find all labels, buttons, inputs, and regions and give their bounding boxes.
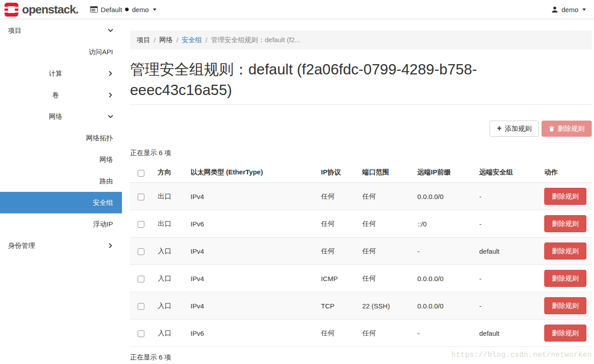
breadcrumb-separator: / [205,36,207,44]
sidebar-item-networks[interactable]: 网络 [0,149,122,170]
window-list-icon [90,6,98,13]
cell-direction: 入口 [154,320,187,347]
sidebar-item-security-groups[interactable]: 安全组 [0,192,122,213]
row-checkbox[interactable] [138,330,144,337]
user-name: demo [561,6,578,13]
cell-direction: 出口 [154,210,187,238]
separator-dot-icon [125,8,129,11]
delete-rule-button[interactable]: 删除规则 [544,270,586,287]
row-select-cell [130,265,154,292]
cell-remote-ip-prefix: - [414,320,476,347]
openstack-logo[interactable]: openstack. [4,3,78,17]
sidebar-item-label: 浮动IP [93,220,113,229]
sidebar-item-network[interactable]: 网络 [0,106,122,127]
sidebar-item-label: 安全组 [93,199,113,207]
cell-remote-security-group: - [476,265,541,292]
cell-port-range: 任何 [359,210,414,238]
row-select-cell [130,183,154,210]
sidebar-item-label: 身份管理 [8,242,35,250]
cell-port-range: 22 (SSH) [359,292,414,320]
row-checkbox[interactable] [138,194,144,200]
sidebar-item-label: 卷 [52,91,59,100]
row-checkbox[interactable] [138,303,144,310]
delete-rule-button[interactable]: 删除规则 [544,188,586,205]
main-content: 项目/网络/安全组/管理安全组规则：default (f2... 管理安全组规则… [122,30,594,362]
sidebar-item-project[interactable]: 项目 [0,20,122,41]
sidebar-item-volumes[interactable]: 卷 [0,84,122,106]
sidebar-item-routers[interactable]: 路由 [0,170,122,192]
row-checkbox[interactable] [138,221,144,228]
cell-ethertype: IPv6 [187,320,317,347]
cell-ip-protocol: 任何 [317,183,359,210]
chevron-right-icon [107,92,114,99]
sidebar-item-identity[interactable]: 身份管理 [0,235,122,256]
sidebar-item-label: 网络 [49,113,62,121]
caret-down-icon [582,9,586,11]
cell-remote-ip-prefix: - [414,238,476,265]
domain-project-switcher[interactable]: Default demo [90,6,156,13]
delete-rule-button[interactable]: 删除规则 [544,297,586,314]
breadcrumb-separator: / [154,36,156,44]
sidebar-item-label: 网络拓扑 [86,134,113,143]
column-header: 端口范围 [359,162,414,183]
cell-ip-protocol: 任何 [317,320,359,347]
sidebar-item-label: 项目 [8,26,22,35]
delete-rule-button[interactable]: 删除规则 [544,215,586,232]
select-all-checkbox[interactable] [138,170,144,177]
cell-ethertype: IPv4 [187,292,317,320]
column-header: 动作 [541,162,592,183]
row-checkbox[interactable] [138,276,144,282]
add-rule-label: 添加规则 [505,125,532,133]
title-divider [130,104,592,105]
row-actions-cell: 删除规则 [541,320,592,347]
row-actions-cell: 删除规则 [541,210,592,238]
row-select-cell [130,320,154,347]
sidebar-item-floating-ips[interactable]: 浮动IP [0,213,122,235]
cell-ethertype: IPv4 [187,183,317,210]
breadcrumb-item[interactable]: 安全组 [182,36,202,44]
table-row: 入口IPv4任何任何-default删除规则 [130,238,592,265]
user-icon [551,6,558,13]
delete-rule-button[interactable]: 删除规则 [544,325,586,342]
delete-rules-button[interactable]: 删除规则 [542,121,592,137]
cell-ip-protocol: ICMP [317,265,359,292]
cell-port-range: 任何 [359,183,414,210]
brand-name: openstack. [22,3,78,17]
cell-remote-ip-prefix: 0.0.0.0/0 [414,292,476,320]
security-group-rules-table: 方向以太网类型 (EtherType)IP协议端口范围远端IP前缀远端安全组动作… [130,162,592,347]
delete-rule-button[interactable]: 删除规则 [544,243,586,260]
plus-icon: + [497,124,502,132]
cell-remote-ip-prefix: 0.0.0.0/0 [414,265,476,292]
user-menu[interactable]: demo [551,6,586,13]
row-select-cell [130,210,154,238]
row-select-cell [130,292,154,320]
row-actions-cell: 删除规则 [541,292,592,320]
add-rule-button[interactable]: + 添加规则 [490,121,539,137]
sidebar-item-compute[interactable]: 计算 [0,63,122,84]
cell-ethertype: IPv4 [187,238,317,265]
sidebar-item-label: 网络 [100,156,113,164]
chevron-down-icon [107,27,114,34]
row-checkbox[interactable] [138,248,144,255]
row-actions-cell: 删除规则 [541,265,592,292]
table-row: 出口IPv6任何任何::/0-删除规则 [130,210,592,238]
current-project: demo [132,6,149,13]
cell-ip-protocol: 任何 [317,238,359,265]
openstack-logo-icon [4,3,18,17]
sidebar-item-network-topology[interactable]: 网络拓扑 [0,127,122,149]
chevron-right-icon [107,243,114,249]
top-navbar: openstack. Default demo demo [0,0,594,19]
caret-down-icon [153,9,156,11]
cell-direction: 入口 [154,238,187,265]
cell-ip-protocol: TCP [317,292,359,320]
table-body: 出口IPv4任何任何0.0.0.0/0-删除规则出口IPv6任何任何::/0-删… [130,183,592,347]
chevron-down-icon [107,113,114,120]
breadcrumb-separator: / [176,36,178,44]
cell-direction: 入口 [154,265,187,292]
cell-port-range: 任何 [359,265,414,292]
table-actions-toolbar: + 添加规则 删除规则 [130,121,592,137]
column-header: 远端安全组 [476,162,541,183]
cell-ip-protocol: 任何 [317,210,359,238]
sidebar-item-api-access[interactable]: 访问API [0,41,122,63]
row-select-cell [130,238,154,265]
